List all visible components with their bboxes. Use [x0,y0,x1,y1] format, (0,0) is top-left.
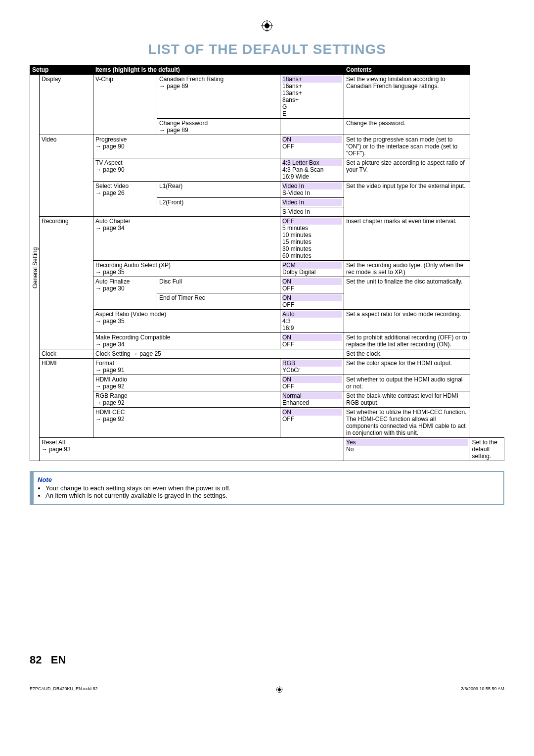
settings-table: Setup Items (highlight is the default) C… [30,65,504,461]
vchip-label: V-Chip [93,75,157,135]
recording-label: Recording [40,217,93,349]
display-label: Display [40,75,93,135]
page-number: 82 EN [30,654,504,666]
note-item-1: Your change to each setting stays on eve… [45,484,499,492]
registration-mark-icon [30,20,504,32]
header-contents: Contents [344,65,470,75]
note-title: Note [38,476,499,483]
vertical-label: General Setting [30,75,40,461]
header-items: Items (highlight is the default) [93,65,344,75]
print-footer: E7PCAUD_DR420KU_EN.indd 82 2/6/2009 10:5… [30,686,504,694]
footer-timestamp: 2/6/2009 10:55:59 AM [461,686,504,694]
note-box: Note Your change to each setting stays o… [30,471,504,505]
page-title: LIST OF THE DEFAULT SETTINGS [30,42,504,57]
footer-filename: E7PCAUD_DR420KU_EN.indd 82 [30,686,98,694]
hdmi-label: HDMI [40,359,93,438]
video-label: Video [40,135,93,217]
header-setup: Setup [30,65,93,75]
note-item-2: An item which is not currently available… [45,492,499,499]
clock-label: Clock [40,349,93,359]
registration-mark-icon [276,686,283,694]
